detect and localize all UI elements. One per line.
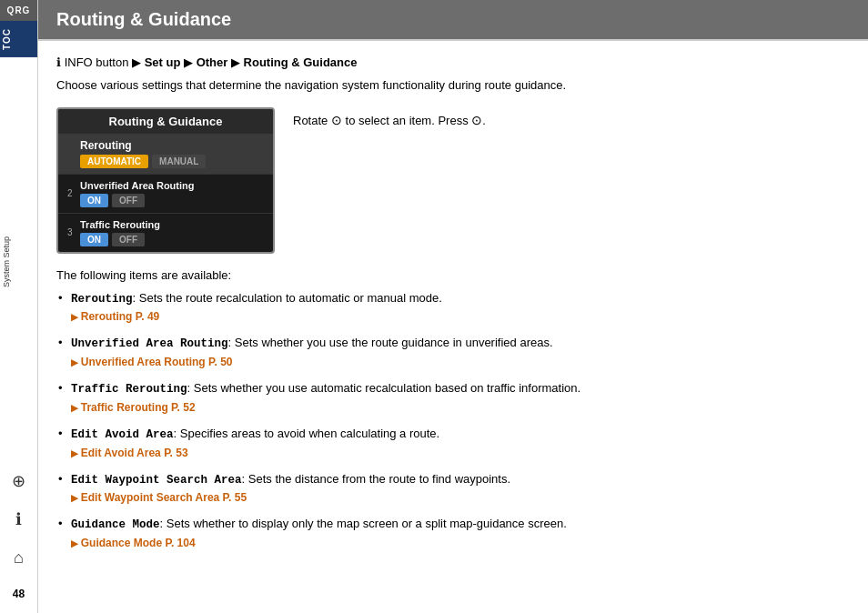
screen-row-rerouting: Rerouting AUTOMATIC MANUAL: [58, 134, 273, 175]
list-item-unverified: Unverified Area Routing: Sets whether yo…: [56, 334, 846, 370]
desc-waypoint: : Sets the distance from the route to fi…: [242, 472, 511, 486]
manual-button[interactable]: MANUAL: [152, 155, 206, 168]
list-item-traffic: Traffic Rerouting: Sets whether you use …: [56, 379, 846, 416]
screen-row-traffic: 3 Traffic Rerouting ON OFF: [58, 214, 273, 252]
page-number: 48: [13, 582, 25, 606]
term-guidance: Guidance Mode: [71, 518, 160, 531]
link-waypoint[interactable]: Edit Waypoint Search Area P. 55: [71, 489, 846, 506]
media-row: Routing & Guidance Rerouting AUTOMATIC M…: [56, 107, 846, 254]
items-list: Rerouting: Sets the route recalculation …: [56, 289, 846, 552]
screen-simulation: Routing & Guidance Rerouting AUTOMATIC M…: [56, 107, 275, 254]
term-avoid: Edit Avoid Area: [71, 428, 174, 441]
link-traffic[interactable]: Traffic Rerouting P. 52: [71, 399, 846, 416]
sidebar-system-setup-label: System Setup: [0, 57, 37, 467]
intro-text: Choose various settings that determine t…: [56, 76, 846, 95]
list-item-waypoint: Edit Waypoint Search Area: Sets the dist…: [56, 470, 846, 507]
screen-row-unverified: 2 Unverified Area Routing ON OFF: [58, 175, 273, 214]
desc-avoid: : Specifies areas to avoid when calculat…: [174, 427, 440, 440]
screen-title: Routing & Guidance: [58, 109, 273, 134]
language-icon[interactable]: ⊕: [5, 467, 33, 495]
automatic-button[interactable]: AUTOMATIC: [80, 155, 148, 168]
main-content: Routing & Guidance ℹ INFO button ▶ Set u…: [38, 0, 868, 613]
link-unverified[interactable]: Unverified Area Routing P. 50: [71, 354, 846, 370]
breadcrumb-info-icon: ℹ: [56, 55, 61, 69]
page-title: Routing & Guidance: [38, 0, 868, 41]
home-icon[interactable]: ⌂: [5, 544, 33, 571]
sidebar: QRG TOC System Setup ⊕ ℹ ⌂ 48: [0, 0, 38, 613]
sidebar-icon-group: ⊕ ℹ ⌂ 48: [0, 467, 37, 613]
unverified-off-button[interactable]: OFF: [112, 194, 145, 207]
link-guidance[interactable]: Guidance Mode P. 104: [71, 535, 846, 551]
breadcrumb: ℹ INFO button ▶ Set up ▶ Other ▶ Routing…: [56, 55, 846, 69]
breadcrumb-text: INFO button ▶ Set up ▶ Other ▶ Routing &…: [65, 55, 358, 69]
unverified-on-button[interactable]: ON: [80, 194, 108, 207]
list-item-guidance: Guidance Mode: Sets whether to display o…: [56, 515, 846, 551]
desc-guidance: : Sets whether to display only the map s…: [160, 517, 567, 530]
sidebar-toc-button[interactable]: TOC: [0, 21, 37, 57]
list-item-avoid: Edit Avoid Area: Specifies areas to avoi…: [56, 425, 846, 461]
sidebar-qrg-label: QRG: [0, 0, 37, 21]
desc-rerouting: : Sets the route recalculation to automa…: [133, 291, 442, 305]
press-icon: ⊙: [471, 113, 482, 127]
term-rerouting: Rerouting: [71, 293, 133, 306]
desc-unverified: : Sets whether you use the route guidanc…: [228, 336, 553, 349]
rotate-instruction: Rotate ⊙ to select an item. Press ⊙.: [293, 107, 486, 130]
term-waypoint: Edit Waypoint Search Area: [71, 474, 242, 487]
term-unverified: Unverified Area Routing: [71, 337, 228, 350]
desc-traffic: : Sets whether you use automatic recalcu…: [187, 381, 581, 395]
link-rerouting[interactable]: Rerouting P. 49: [71, 308, 846, 325]
link-avoid[interactable]: Edit Avoid Area P. 53: [71, 445, 846, 461]
list-item-rerouting: Rerouting: Sets the route recalculation …: [56, 289, 846, 326]
traffic-on-button[interactable]: ON: [80, 233, 108, 246]
available-label: The following items are available:: [56, 268, 846, 282]
traffic-off-button[interactable]: OFF: [112, 233, 145, 246]
info-sidebar-icon[interactable]: ℹ: [5, 506, 33, 533]
content-area: ℹ INFO button ▶ Set up ▶ Other ▶ Routing…: [38, 41, 868, 613]
term-traffic: Traffic Rerouting: [71, 383, 187, 396]
rotate-icon: ⊙: [331, 113, 342, 127]
